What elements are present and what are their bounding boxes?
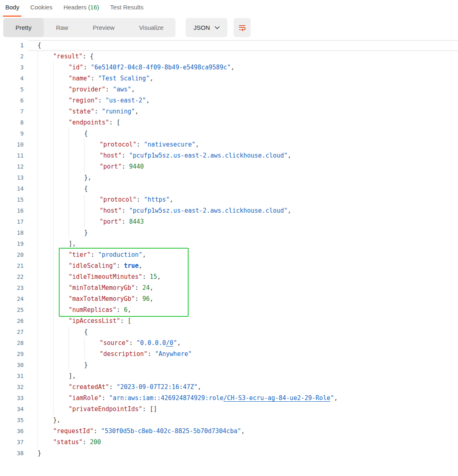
indent-guide (69, 161, 84, 172)
code-text: "numReplicas": 6, (69, 305, 131, 316)
line-number: 31 (0, 371, 24, 382)
code-text: { (84, 128, 88, 139)
wrap-text-icon (238, 24, 246, 31)
code-text: "protocol": "https", (100, 194, 173, 205)
code-line: 14{ (0, 183, 458, 194)
code-text: { (38, 40, 41, 51)
code-text: }, (53, 415, 60, 426)
line-number: 25 (0, 305, 24, 316)
line-number: 5 (0, 84, 24, 95)
line-number: 24 (0, 294, 24, 305)
indent-guide (38, 183, 53, 194)
code-line: 35}, (0, 415, 458, 426)
code-line: 18} (0, 227, 458, 238)
code-line: 2"result": { (0, 51, 458, 62)
code-text: "provider": "aws", (69, 84, 135, 95)
indent-guide (84, 349, 100, 360)
line-number: 8 (0, 117, 24, 128)
indent-guide (53, 106, 69, 117)
indent-guide (38, 349, 53, 360)
code-line: 1{ (0, 40, 458, 51)
code-line: 37"status": 200 (0, 437, 458, 448)
tab-cookies-label: Cookies (30, 4, 52, 11)
code-line: 4"name": "Test Scaling", (0, 73, 458, 84)
line-number: 36 (0, 426, 24, 437)
response-body-editor[interactable]: 1{2"result": {3"id": "6e5140f2-04c8-4f09… (0, 40, 458, 459)
code-line: 33"iamRole": "arn:aws:iam::426924874929:… (0, 393, 458, 404)
wrap-text-button[interactable] (233, 18, 251, 37)
line-number: 1 (0, 40, 24, 51)
view-mode-segmented-control: Pretty Raw Preview Visualize (3, 18, 176, 37)
language-selector-dropdown[interactable]: JSON (186, 18, 227, 37)
indent-guide (53, 238, 69, 249)
code-line: 8"endpoints": [ (0, 117, 458, 128)
code-text: "ipAccessList": [ (69, 316, 131, 327)
line-number: 4 (0, 73, 24, 84)
line-number: 15 (0, 194, 24, 205)
indent-guide (38, 260, 53, 271)
indent-guide (69, 360, 84, 371)
indent-guide (38, 194, 53, 205)
code-text: }, (84, 172, 91, 183)
indent-guide (38, 249, 53, 260)
indent-guide (38, 150, 53, 161)
indent-guide (84, 139, 100, 150)
code-text: "port": 9440 (100, 161, 144, 172)
view-mode-pretty[interactable]: Pretty (3, 18, 44, 37)
view-mode-preview[interactable]: Preview (80, 18, 127, 37)
code-text: "idleTimeoutMinutes": 15, (69, 271, 161, 282)
code-line: 10"protocol": "nativesecure", (0, 139, 458, 150)
indent-guide (53, 73, 69, 84)
code-text: "source": "0.0.0.0/0", (100, 338, 181, 349)
indent-guide (53, 294, 69, 305)
indent-guide (53, 404, 69, 415)
line-number: 9 (0, 128, 24, 139)
tab-cookies[interactable]: Cookies (30, 4, 52, 11)
line-number: 18 (0, 227, 24, 238)
indent-guide (38, 294, 53, 305)
line-number: 27 (0, 327, 24, 338)
tab-test-results[interactable]: Test Results (110, 4, 144, 11)
tab-body-label: Body (5, 4, 19, 11)
view-mode-visualize[interactable]: Visualize (127, 18, 176, 37)
line-number: 23 (0, 282, 24, 294)
indent-guide (38, 271, 53, 282)
code-text: "maxTotalMemoryGb": 96, (69, 294, 153, 305)
indent-guide (84, 205, 100, 216)
code-line: 32"createdAt": "2023-09-07T22:16:47Z", (0, 382, 458, 393)
code-line: 34"privateEndpointIds": [] (0, 404, 458, 415)
indent-guide (38, 393, 53, 404)
code-line: 27{ (0, 327, 458, 338)
tab-headers-label: Headers (63, 4, 87, 11)
indent-guide (53, 282, 69, 294)
indent-guide (38, 51, 53, 62)
tab-headers[interactable]: Headers(16) (63, 4, 99, 11)
code-lines: 1{2"result": {3"id": "6e5140f2-04c8-4f09… (0, 40, 458, 459)
view-mode-raw[interactable]: Raw (44, 18, 80, 37)
indent-guide (53, 338, 69, 349)
code-text: ], (69, 371, 76, 382)
code-text: "iamRole": "arn:aws:iam::426924874929:ro… (69, 393, 338, 404)
indent-guide (53, 205, 69, 216)
code-line: 9{ (0, 128, 458, 139)
indent-guide (53, 227, 69, 238)
indent-guide (53, 382, 69, 393)
indent-guide (53, 117, 69, 128)
indent-guide (53, 194, 69, 205)
indent-guide (53, 139, 69, 150)
indent-guide (69, 139, 84, 150)
indent-guide (38, 316, 53, 327)
indent-guide (84, 216, 100, 227)
tab-body[interactable]: Body (5, 4, 19, 11)
indent-guide (53, 371, 69, 382)
indent-guide (53, 62, 69, 73)
tab-test-results-label: Test Results (110, 4, 144, 11)
code-line: 36"requestId": "530f0d5b-c8eb-402c-8825-… (0, 426, 458, 437)
indent-guide (53, 271, 69, 282)
line-number: 13 (0, 172, 24, 183)
body-view-toolbar: Pretty Raw Preview Visualize JSON (3, 18, 458, 37)
indent-guide (38, 106, 53, 117)
code-line: 13}, (0, 172, 458, 183)
response-tabs: Body Cookies Headers(16) Test Results (0, 0, 458, 11)
code-text: "result": { (53, 51, 93, 62)
